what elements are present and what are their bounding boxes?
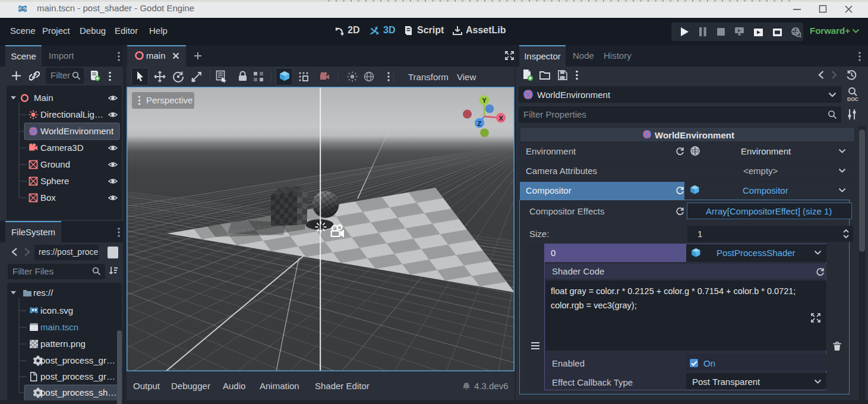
svg-text:X: X <box>499 115 504 122</box>
svg-text:post_process_sh…: post_process_sh… <box>40 387 116 397</box>
svg-text:DOC: DOC <box>847 96 858 102</box>
svg-text:main.tscn: main.tscn <box>40 322 78 332</box>
svg-text:Sphere: Sphere <box>40 176 69 186</box>
svg-text:Camera3D: Camera3D <box>40 143 84 153</box>
svg-text:DirectionalLig…: DirectionalLig… <box>40 109 103 119</box>
svg-text:pattern.png: pattern.png <box>40 339 86 349</box>
svg-text:post_process_gr…: post_process_gr… <box>40 371 115 381</box>
svg-text:WorldEnvironment: WorldEnvironment <box>40 126 114 136</box>
svg-text:Perspective: Perspective <box>146 95 192 105</box>
svg-text:res://: res:// <box>33 288 53 298</box>
svg-text:Box: Box <box>40 192 56 203</box>
svg-text:Ground: Ground <box>40 159 70 169</box>
svg-text:post_process_gr…: post_process_gr… <box>40 355 115 365</box>
svg-text:Main: Main <box>34 93 53 103</box>
svg-text:icon.svg: icon.svg <box>40 305 73 315</box>
svg-text:Y: Y <box>482 97 487 104</box>
svg-text:Z: Z <box>478 120 482 127</box>
